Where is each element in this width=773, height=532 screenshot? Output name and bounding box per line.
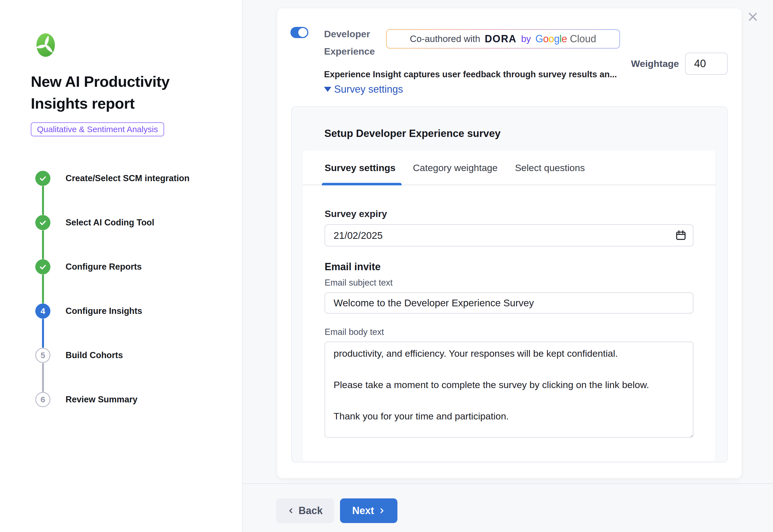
survey-expiry-label: Survey expiry — [325, 208, 693, 219]
page-title: New AI Productivity Insights report — [31, 71, 213, 114]
step-6-number: 6 — [41, 395, 45, 404]
tab-category-weightage[interactable]: Category weightage — [413, 162, 497, 185]
module-name-line1: Developer — [324, 25, 375, 43]
survey-settings-panel: Survey settings Category weightage Selec… — [302, 150, 716, 461]
survey-settings-link-label: Survey settings — [334, 83, 403, 95]
step-1-label: Create/Select SCM integration — [66, 173, 190, 183]
close-icon[interactable] — [747, 11, 760, 24]
step-select-ai-coding-tool[interactable]: Select AI Coding Tool — [35, 215, 154, 230]
triangle-down-icon — [324, 87, 331, 92]
toggle-knob — [298, 28, 307, 37]
step-6-label: Review Summary — [66, 395, 138, 405]
email-body-textarea[interactable]: productivity, and efficiency. Your respo… — [325, 342, 693, 438]
footer-divider — [243, 483, 773, 484]
coauthor-by: by — [521, 34, 531, 44]
back-button[interactable]: Back — [276, 498, 334, 523]
step-connector — [42, 186, 44, 215]
tab-select-questions[interactable]: Select questions — [515, 162, 585, 185]
insight-config-card: Developer Experience Co-authored with DO… — [277, 8, 742, 478]
wizard-sidebar: New AI Productivity Insights report Qual… — [0, 0, 243, 532]
step-build-cohorts[interactable]: 5 Build Cohorts — [35, 348, 123, 363]
step-3-circle — [35, 259, 50, 274]
step-connector — [42, 230, 44, 259]
step-connector — [42, 363, 44, 392]
module-description: Experience Insight captures user feedbac… — [324, 69, 627, 80]
module-name-line2: Experience — [324, 43, 375, 60]
dora-logo: DORA — [485, 33, 517, 45]
main-panel: Developer Experience Co-authored with DO… — [243, 0, 773, 532]
next-button[interactable]: Next — [340, 498, 397, 523]
step-5-circle: 5 — [35, 348, 50, 363]
chevron-left-icon — [287, 507, 295, 514]
email-body-label: Email body text — [325, 327, 693, 337]
chevron-right-icon — [378, 507, 385, 514]
calendar-icon[interactable] — [676, 230, 686, 241]
step-4-circle: 4 — [35, 304, 50, 319]
survey-tabs: Survey settings Category weightage Selec… — [302, 150, 716, 185]
next-button-label: Next — [352, 505, 374, 517]
step-connector — [42, 274, 44, 304]
weightage-label: Weightage — [631, 58, 679, 69]
weightage-input[interactable] — [685, 53, 728, 75]
back-button-label: Back — [299, 505, 323, 517]
email-subject-label: Email subject text — [325, 278, 693, 288]
setup-survey-card: Setup Developer Experience survey Survey… — [291, 106, 728, 463]
coauthored-dora-badge: Co-authored with DORA by Google Cloud — [386, 29, 620, 49]
step-3-label: Configure Reports — [66, 262, 142, 272]
step-4-label: Configure Insights — [66, 306, 142, 316]
weightage-row: Weightage — [631, 53, 728, 75]
step-create-select-scm-integration[interactable]: Create/Select SCM integration — [35, 171, 190, 186]
step-5-number: 5 — [41, 351, 45, 360]
survey-settings-toggle-link[interactable]: Survey settings — [324, 83, 403, 95]
tab-survey-settings[interactable]: Survey settings — [325, 162, 395, 185]
report-type-badge: Qualitative & Sentiment Analysis — [31, 122, 164, 136]
step-6-circle: 6 — [35, 392, 50, 407]
step-1-circle — [35, 171, 50, 186]
step-review-summary[interactable]: 6 Review Summary — [35, 392, 138, 407]
step-5-label: Build Cohorts — [66, 350, 123, 360]
step-configure-insights[interactable]: 4 Configure Insights — [35, 304, 142, 319]
app-logo-icon — [36, 33, 55, 57]
survey-settings-form: Survey expiry Email invite Email subject… — [302, 208, 716, 439]
survey-expiry-date-input[interactable] — [325, 224, 693, 246]
check-icon — [39, 263, 47, 271]
coauthored-dora-badge-inner: Co-authored with DORA by Google Cloud — [387, 30, 619, 48]
setup-survey-heading: Setup Developer Experience survey — [324, 128, 500, 139]
check-icon — [39, 174, 47, 183]
email-subject-input[interactable] — [325, 292, 693, 314]
email-invite-heading: Email invite — [325, 261, 693, 273]
check-icon — [39, 218, 47, 227]
google-cloud-label: Cloud — [570, 33, 596, 45]
step-configure-reports[interactable]: Configure Reports — [35, 259, 142, 274]
google-logo: Google — [535, 33, 567, 45]
developer-experience-toggle[interactable] — [290, 27, 308, 38]
step-2-circle — [35, 215, 50, 230]
step-2-label: Select AI Coding Tool — [66, 218, 154, 228]
step-4-number: 4 — [41, 306, 45, 316]
module-name: Developer Experience — [324, 25, 375, 60]
step-connector — [42, 319, 44, 348]
coauthor-prefix: Co-authored with — [410, 34, 480, 44]
